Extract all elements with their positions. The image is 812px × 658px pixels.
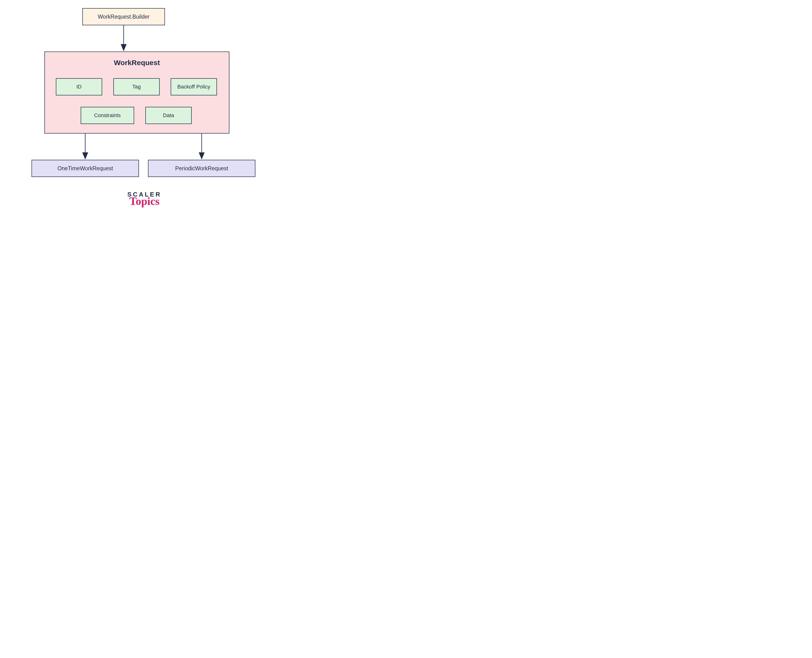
workrequest-title: WorkRequest <box>45 59 229 67</box>
periodic-node: PeriodicWorkRequest <box>148 160 255 177</box>
component-tag: Tag <box>113 78 160 96</box>
builder-node: WorkRequest.Builder <box>82 8 165 25</box>
periodic-label: PeriodicWorkRequest <box>175 165 228 172</box>
brand-line2: Topics <box>0 195 289 207</box>
component-id-label: ID <box>76 84 82 90</box>
component-id: ID <box>56 78 102 96</box>
onetime-node: OneTimeWorkRequest <box>31 160 139 177</box>
onetime-label: OneTimeWorkRequest <box>58 165 113 172</box>
component-tag-label: Tag <box>132 84 141 90</box>
component-backoff: Backoff Policy <box>171 78 217 96</box>
component-constraints-label: Constraints <box>94 112 121 119</box>
builder-label: WorkRequest.Builder <box>98 14 150 20</box>
component-backoff-label: Backoff Policy <box>177 84 210 90</box>
component-data-label: Data <box>163 112 174 119</box>
component-data: Data <box>145 107 192 124</box>
component-constraints: Constraints <box>81 107 134 124</box>
brand-logo: SCALER Topics <box>0 191 289 207</box>
